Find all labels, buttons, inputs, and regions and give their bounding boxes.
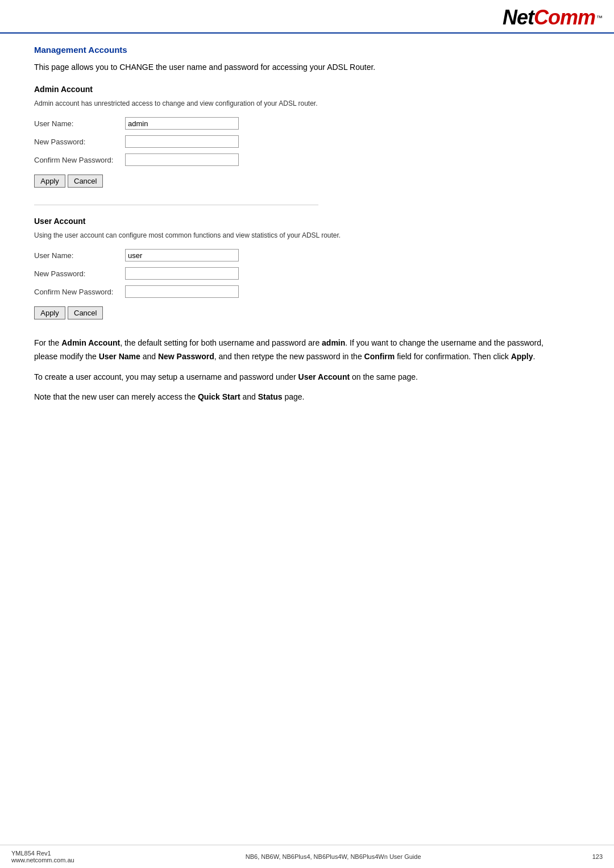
admin-new-password-input[interactable]: [125, 135, 239, 148]
admin-new-password-row: New Password:: [34, 135, 580, 148]
admin-apply-button[interactable]: Apply: [34, 175, 65, 188]
admin-confirm-password-row: Confirm New Password:: [34, 153, 580, 166]
admin-username-label: User Name:: [34, 119, 125, 128]
logo-tm: ™: [596, 14, 603, 21]
info-text-section: For the Admin Account, the default setti…: [34, 337, 546, 404]
admin-account-description: Admin account has unrestricted access to…: [34, 98, 580, 109]
user-username-label: User Name:: [34, 251, 125, 260]
info-p1-text2: , the default setting for both username …: [120, 338, 322, 347]
info-p1-bold1: Admin Account: [61, 338, 120, 347]
admin-confirm-password-input[interactable]: [125, 153, 239, 166]
info-paragraph-3: Note that the new user can merely access…: [34, 391, 546, 404]
logo-comm: Comm: [534, 6, 595, 29]
info-p1-text5: , and then retype the new password in th…: [214, 352, 364, 361]
admin-button-row: Apply Cancel: [34, 175, 580, 188]
info-p1-text4: and: [140, 352, 158, 361]
info-p2-bold1: User Account: [298, 372, 350, 381]
admin-confirm-password-label: Confirm New Password:: [34, 156, 125, 164]
info-p1-bold3: User Name: [99, 352, 140, 361]
info-p1-bold6: Apply: [511, 352, 533, 361]
user-username-input[interactable]: [125, 249, 239, 261]
info-p1-text1: For the: [34, 338, 61, 347]
main-content: Management Accounts This page allows you…: [0, 34, 614, 445]
user-new-password-label: New Password:: [34, 269, 125, 278]
info-p1-bold2: admin: [322, 338, 345, 347]
user-account-description: Using the user account can configure mos…: [34, 230, 580, 240]
user-new-password-input[interactable]: [125, 267, 239, 280]
admin-account-section: Admin Account Admin account has unrestri…: [34, 85, 580, 188]
admin-username-input[interactable]: [125, 117, 239, 130]
logo: NetComm: [503, 6, 595, 30]
user-confirm-password-input[interactable]: [125, 285, 239, 298]
admin-username-row: User Name:: [34, 117, 580, 130]
info-p1-bold4: New Password: [158, 352, 214, 361]
user-username-row: User Name:: [34, 249, 580, 261]
info-p2-text1: To create a user account, you may setup …: [34, 372, 298, 381]
user-account-heading: User Account: [34, 217, 580, 226]
info-p3-bold1: Quick Start: [198, 392, 240, 401]
info-p3-text1: Note that the new user can merely access…: [34, 392, 198, 401]
info-p3-text3: page.: [283, 392, 305, 401]
page-container: NetComm ™ Management Accounts This page …: [0, 0, 614, 868]
info-paragraph-1: For the Admin Account, the default setti…: [34, 337, 546, 364]
section-title: Management Accounts: [34, 45, 580, 55]
admin-account-heading: Admin Account: [34, 85, 580, 94]
footer-center: NB6, NB6W, NB6Plus4, NB6Plus4W, NB6Plus4…: [74, 853, 592, 860]
page-header: NetComm ™: [0, 0, 614, 34]
footer-website: www.netcomm.com.au: [11, 857, 74, 863]
info-p3-bold2: Status: [258, 392, 283, 401]
info-p3-text2: and: [240, 392, 258, 401]
user-confirm-password-label: Confirm New Password:: [34, 288, 125, 296]
info-paragraph-2: To create a user account, you may setup …: [34, 371, 546, 384]
info-p2-text2: on the same page.: [350, 372, 418, 381]
user-new-password-row: New Password:: [34, 267, 580, 280]
user-apply-button[interactable]: Apply: [34, 306, 65, 319]
admin-cancel-button[interactable]: Cancel: [68, 175, 103, 188]
info-p1-bold5: Confirm: [364, 352, 395, 361]
footer-left: YML854 Rev1 www.netcomm.com.au: [11, 850, 74, 863]
user-confirm-password-row: Confirm New Password:: [34, 285, 580, 298]
page-footer: YML854 Rev1 www.netcomm.com.au NB6, NB6W…: [0, 845, 614, 868]
intro-text: This page allows you to CHANGE the user …: [34, 61, 580, 73]
section-divider: [34, 205, 318, 205]
admin-new-password-label: New Password:: [34, 138, 125, 146]
logo-net: Net: [503, 6, 534, 29]
user-button-row: Apply Cancel: [34, 306, 580, 319]
footer-revision: YML854 Rev1: [11, 850, 74, 857]
info-p1-text7: .: [533, 352, 536, 361]
user-cancel-button[interactable]: Cancel: [68, 306, 103, 319]
footer-page-number: 123: [592, 853, 603, 860]
user-account-section: User Account Using the user account can …: [34, 217, 580, 319]
info-p1-text6: field for confirmation. Then click: [395, 352, 511, 361]
logo-container: NetComm ™: [503, 6, 603, 30]
